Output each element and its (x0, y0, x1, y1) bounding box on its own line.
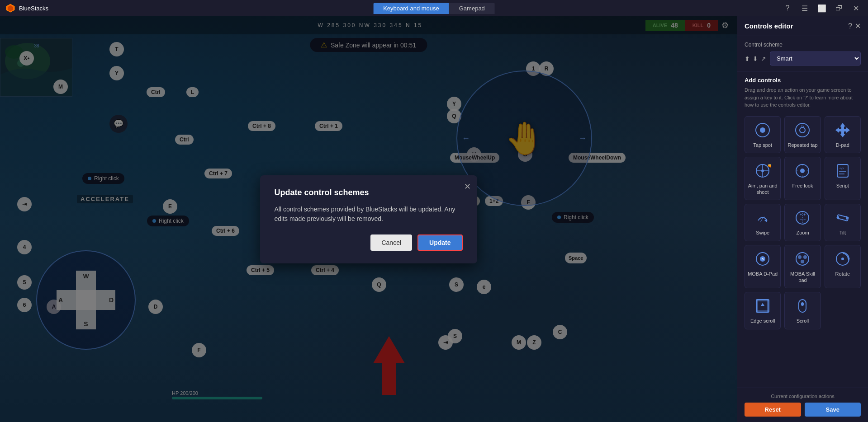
scheme-label: Control scheme (745, 42, 861, 48)
rotate-label: Rotate (835, 271, 850, 277)
swipe-label: Swipe (756, 230, 769, 236)
tab-bar: Keyboard and mouse Gamepad (373, 3, 495, 14)
footer-config-label: Current configuration actions (745, 394, 861, 399)
svg-text:→: → (806, 169, 810, 172)
svg-point-44 (803, 255, 807, 259)
panel-footer: Current configuration actions Reset Save (737, 388, 868, 422)
svg-point-20 (800, 169, 805, 173)
add-controls-section: Add controls Drag and drop an action on … (737, 71, 868, 335)
d-pad-label: D-pad (836, 142, 849, 148)
svg-marker-13 (835, 123, 850, 137)
control-tap-spot[interactable]: Tap spot (745, 116, 781, 153)
svg-text:↻: ↻ (801, 125, 804, 129)
svg-text:🔫: 🔫 (767, 163, 771, 169)
panel-header-actions: ? ✕ (848, 22, 861, 30)
control-swipe[interactable]: Swipe (745, 204, 781, 241)
scroll-label: Scroll (797, 318, 809, 324)
svg-point-43 (798, 255, 802, 259)
moba-d-pad-label: MOBA D-Pad (748, 271, 778, 277)
control-scroll[interactable]: Scroll (784, 292, 821, 329)
panel-close-button[interactable]: ✕ (855, 22, 861, 30)
tab-gamepad[interactable]: Gamepad (449, 3, 495, 14)
d-pad-icon (834, 121, 852, 139)
control-free-look[interactable]: ↑ ↓ ← → Free look (784, 157, 821, 201)
svg-text:5: 5 (762, 257, 764, 261)
control-repeated-tap[interactable]: ↻ Repeated tap (784, 116, 821, 153)
rotate-icon (834, 250, 852, 268)
svg-rect-52 (756, 300, 769, 301)
svg-text:−: − (800, 217, 802, 221)
tap-spot-label: Tap spot (753, 142, 772, 148)
reset-button[interactable]: Reset (745, 403, 801, 417)
scheme-actions: ⬆ ⬇ ↗ (745, 55, 766, 62)
control-moba-d-pad[interactable]: 5 MOBA D-Pad (745, 245, 781, 289)
add-controls-title: Add controls (745, 77, 861, 84)
svg-text:+: + (803, 212, 806, 217)
panel-header: Controls editor ? ✕ (737, 16, 868, 36)
close-button[interactable]: ✕ (850, 2, 863, 14)
help-button[interactable]: ? (781, 2, 794, 14)
script-icon: </> (834, 162, 852, 180)
moba-d-pad-icon: 5 (754, 250, 772, 268)
free-look-label: Free look (792, 183, 813, 189)
tilt-label: Tilt (840, 230, 846, 236)
scheme-upload-btn[interactable]: ⬆ (745, 55, 750, 62)
window-controls: ? ☰ ⬜ 🗗 ✕ (781, 2, 863, 14)
modal-title: Update control schemes (275, 188, 463, 197)
modal-actions: Cancel Update (275, 234, 463, 251)
scroll-icon (793, 297, 811, 315)
modal-overlay: ✕ Update control schemes All control sch… (0, 16, 737, 422)
zoom-icon: + + − − (793, 209, 811, 227)
svg-text:−: − (803, 217, 806, 221)
panel-help-button[interactable]: ? (848, 22, 852, 30)
svg-rect-57 (801, 302, 804, 306)
control-moba-skill[interactable]: MOBA Skill pad (784, 245, 821, 289)
aim-pan-shoot-label: Aim, pan and shoot (747, 183, 778, 196)
svg-text:+: + (800, 212, 802, 217)
control-script[interactable]: </> Script (825, 157, 861, 201)
aim-pan-shoot-icon: 🔫 (754, 162, 772, 180)
svg-point-47 (841, 258, 844, 260)
control-d-pad[interactable]: D-pad (825, 116, 861, 153)
svg-text:←: ← (796, 169, 799, 172)
scheme-export-btn[interactable]: ↗ (761, 55, 766, 62)
modal-close-button[interactable]: ✕ (464, 182, 471, 192)
app-container: BlueStacks Keyboard and mouse Gamepad ? … (0, 0, 868, 422)
control-aim-pan-shoot[interactable]: 🔫 Aim, pan and shoot (745, 157, 781, 201)
scheme-select[interactable]: Smart (770, 52, 861, 66)
swipe-icon (754, 209, 772, 227)
svg-text:↓: ↓ (802, 174, 804, 177)
scheme-download-btn[interactable]: ⬇ (753, 55, 758, 62)
edge-scroll-icon (754, 297, 772, 315)
control-rotate[interactable]: Rotate (825, 245, 861, 289)
menu-button[interactable]: ☰ (798, 2, 811, 14)
control-zoom[interactable]: + + − − Zoom (784, 204, 821, 241)
footer-actions: Reset Save (745, 403, 861, 417)
cancel-button[interactable]: Cancel (370, 234, 412, 251)
tilt-icon (834, 209, 852, 227)
svg-rect-50 (756, 300, 758, 312)
update-button[interactable]: Update (417, 234, 462, 251)
title-bar: BlueStacks Keyboard and mouse Gamepad ? … (0, 0, 868, 16)
tab-keyboard-mouse[interactable]: Keyboard and mouse (373, 3, 449, 14)
svg-rect-53 (756, 310, 769, 312)
restore-button[interactable]: ⬜ (816, 2, 828, 14)
control-scheme-section: Control scheme ⬆ ⬇ ↗ Smart (737, 36, 868, 71)
svg-point-9 (760, 127, 765, 133)
svg-marker-55 (761, 303, 764, 306)
update-modal: ✕ Update control schemes All control sch… (260, 175, 477, 263)
save-button[interactable]: Save (805, 403, 861, 417)
repeated-tap-label: Repeated tap (787, 142, 817, 148)
zoom-label: Zoom (796, 230, 809, 236)
bluestacks-logo (5, 3, 15, 13)
tap-spot-icon (754, 121, 772, 139)
script-label: Script (836, 183, 849, 189)
control-tilt[interactable]: Tilt (825, 204, 861, 241)
svg-text:</>: </> (840, 167, 844, 170)
app-name: BlueStacks (19, 5, 48, 12)
add-controls-desc: Drag and drop an action on your game scr… (745, 86, 861, 109)
minimize-button[interactable]: 🗗 (833, 2, 845, 14)
controls-panel: Controls editor ? ✕ Control scheme ⬆ ⬇ ↗… (737, 16, 868, 422)
control-edge-scroll[interactable]: Edge scroll (745, 292, 781, 329)
edge-scroll-label: Edge scroll (750, 318, 775, 324)
